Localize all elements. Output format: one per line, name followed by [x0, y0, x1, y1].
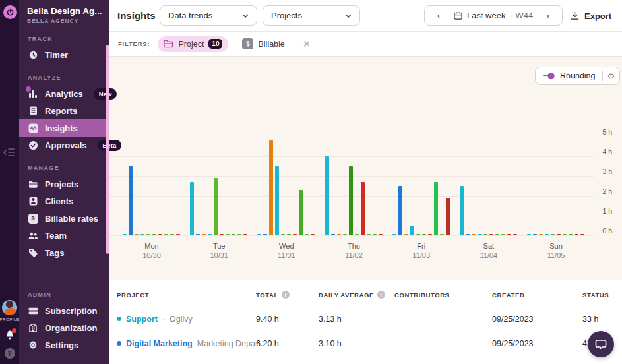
clear-filters-icon[interactable]: ✕: [303, 38, 311, 50]
bar-sat-2[interactable]: [472, 234, 476, 235]
sidebar-item-timer[interactable]: Timer: [19, 46, 109, 63]
help-icon[interactable]: ?: [5, 348, 15, 359]
bar-mon-3[interactable]: [140, 234, 144, 235]
bar-fri-6[interactable]: [428, 234, 432, 235]
bar-wed-0[interactable]: [257, 234, 261, 235]
bar-sun-4[interactable]: [551, 234, 555, 235]
bar-tue-3[interactable]: [208, 234, 212, 235]
bar-wed-1[interactable]: [263, 234, 267, 235]
bar-wed-9[interactable]: [311, 234, 315, 235]
bar-thu-3[interactable]: [343, 234, 347, 235]
data-trends-select[interactable]: Data trends: [160, 5, 257, 26]
bar-wed-8[interactable]: [305, 234, 309, 235]
group-by-select[interactable]: Projects: [263, 5, 360, 26]
bar-wed-5[interactable]: [287, 234, 291, 235]
sidebar-item-approvals[interactable]: Approvals Beta: [19, 136, 109, 154]
info-icon[interactable]: i: [377, 291, 385, 299]
bar-sun-5[interactable]: [557, 234, 561, 235]
bar-tue-6[interactable]: [226, 234, 230, 235]
bar-sat-3[interactable]: [478, 234, 482, 235]
bar-tue-1[interactable]: [196, 234, 200, 235]
bar-wed-7[interactable]: [299, 190, 303, 235]
chat-widget-button[interactable]: [588, 331, 614, 357]
workspace-switcher[interactable]: Bella Design Ag... BELLA AGENCY: [19, 0, 109, 24]
sidebar-item-reports[interactable]: Reports: [19, 102, 109, 119]
bar-sun-0[interactable]: [527, 234, 531, 235]
sidebar-item-billable-rates[interactable]: $ Billable rates: [19, 210, 109, 227]
sidebar-item-subscription[interactable]: Subscription: [19, 302, 109, 319]
bar-tue-4[interactable]: [214, 178, 218, 235]
bar-sat-7[interactable]: [501, 234, 505, 235]
bar-sat-0[interactable]: [460, 186, 464, 235]
bar-fri-0[interactable]: [392, 234, 396, 235]
sidebar-item-projects[interactable]: Projects: [19, 175, 109, 193]
bar-sat-9[interactable]: [513, 234, 517, 235]
bar-sun-3[interactable]: [545, 234, 549, 235]
bar-mon-2[interactable]: [135, 234, 139, 235]
bar-fri-5[interactable]: [422, 234, 426, 235]
next-week-button[interactable]: ›: [541, 11, 555, 20]
bar-thu-7[interactable]: [367, 234, 371, 235]
billable-filter-chip[interactable]: $ Billable: [236, 36, 290, 52]
bar-sat-8[interactable]: [507, 234, 511, 235]
notifications-bell-icon[interactable]: [5, 330, 15, 340]
bar-fri-4[interactable]: [416, 234, 420, 235]
bar-wed-6[interactable]: [293, 234, 297, 235]
bar-sun-8[interactable]: [575, 234, 578, 235]
bar-tue-2[interactable]: [202, 234, 206, 235]
bar-fri-7[interactable]: [434, 182, 438, 235]
table-row[interactable]: Support · Ogilvy 9.40 h 3.13 h 09/25/202…: [109, 307, 622, 331]
bar-tue-7[interactable]: [232, 234, 235, 235]
bar-thu-1[interactable]: [331, 234, 335, 235]
bar-mon-8[interactable]: [170, 234, 174, 235]
bar-fri-9[interactable]: [446, 198, 450, 235]
project-name-link[interactable]: Support: [126, 315, 158, 324]
bar-fri-2[interactable]: [404, 234, 408, 235]
bar-thu-0[interactable]: [325, 156, 329, 235]
bar-mon-9[interactable]: [176, 234, 180, 235]
bar-wed-4[interactable]: [281, 234, 285, 235]
bar-tue-8[interactable]: [237, 234, 241, 235]
project-name-link[interactable]: Digital Marketing: [126, 339, 193, 348]
toggl-logo-icon[interactable]: [3, 5, 17, 19]
profile-avatar[interactable]: [2, 300, 17, 315]
sidebar-item-tags[interactable]: Tags: [19, 244, 109, 261]
bar-thu-5[interactable]: [355, 234, 359, 235]
bar-sun-2[interactable]: [539, 234, 543, 235]
bar-chart[interactable]: 0 h1 h2 h3 h4 h5 hMon10/30Tue10/31Wed11/…: [109, 57, 622, 280]
bar-thu-4[interactable]: [349, 166, 353, 235]
bar-thu-2[interactable]: [337, 234, 341, 235]
sidebar-item-analytics[interactable]: Analytics New: [19, 85, 109, 102]
bar-sat-5[interactable]: [489, 234, 493, 235]
bar-mon-4[interactable]: [146, 234, 150, 235]
bar-tue-5[interactable]: [220, 234, 224, 235]
bar-mon-1[interactable]: [129, 166, 133, 235]
bar-sun-9[interactable]: [580, 234, 584, 235]
bar-mon-6[interactable]: [158, 234, 162, 235]
bar-fri-8[interactable]: [440, 234, 444, 235]
bar-sun-1[interactable]: [533, 234, 537, 235]
date-range-button[interactable]: Last week · W44: [446, 11, 541, 20]
bar-sat-1[interactable]: [466, 234, 470, 235]
collapse-sidebar-icon[interactable]: [3, 146, 16, 158]
bar-tue-0[interactable]: [190, 182, 194, 235]
bar-fri-1[interactable]: [398, 186, 402, 235]
bar-mon-5[interactable]: [152, 234, 156, 235]
sidebar-scroll-indicator[interactable]: [106, 45, 109, 254]
sidebar-item-clients[interactable]: Clients: [19, 193, 109, 210]
bar-thu-6[interactable]: [361, 182, 365, 235]
table-row[interactable]: Digital Marketing Marketing Departn 6.20…: [109, 331, 622, 355]
bar-thu-8[interactable]: [373, 234, 377, 235]
bar-fri-3[interactable]: [410, 226, 414, 235]
bar-wed-2[interactable]: [269, 140, 273, 235]
prev-week-button[interactable]: ‹: [431, 11, 446, 20]
bar-thu-9[interactable]: [379, 234, 383, 235]
bar-sat-4[interactable]: [483, 234, 487, 235]
bar-sun-7[interactable]: [569, 234, 573, 235]
project-filter-chip[interactable]: Project 10: [158, 36, 228, 52]
export-button[interactable]: Export: [571, 6, 611, 26]
bar-mon-7[interactable]: [164, 234, 168, 235]
sidebar-item-settings[interactable]: ⚙ Settings: [19, 336, 109, 353]
sidebar-item-organization[interactable]: Organization: [19, 319, 109, 336]
sidebar-item-insights[interactable]: Insights: [19, 119, 109, 136]
